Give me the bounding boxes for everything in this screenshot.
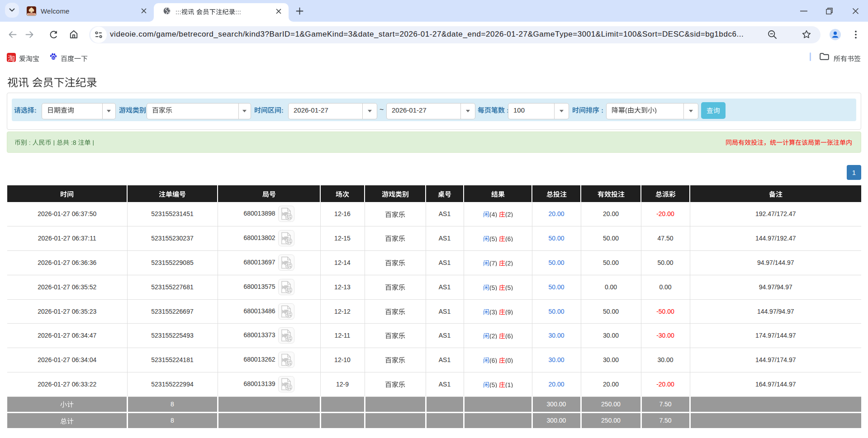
svg-text:du: du — [52, 57, 55, 59]
